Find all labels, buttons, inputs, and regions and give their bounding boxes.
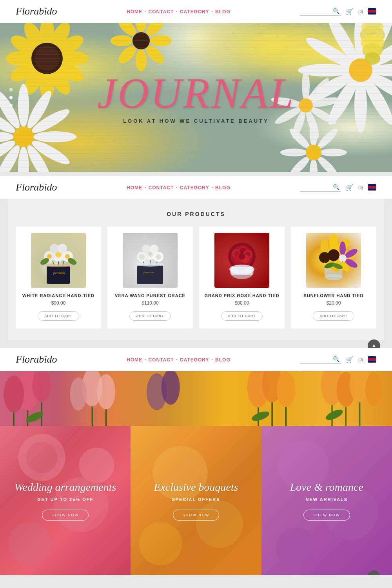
nav-category-2[interactable]: CATEGORY [180, 184, 209, 191]
promo-subtitle-2: SPECIAL OFFERS [154, 497, 238, 502]
svg-point-98 [156, 254, 161, 260]
hero-title: JOURNAL [97, 72, 295, 115]
dot-8: • [176, 358, 178, 362]
cart-icon-1[interactable]: 🛒 [346, 8, 354, 15]
flag-icon-1 [368, 8, 376, 15]
add-to-cart-btn-2[interactable]: ADD TO CART [129, 311, 171, 321]
cart-icon-3[interactable]: 🛒 [346, 356, 354, 363]
hero-dot-1[interactable] [9, 88, 13, 91]
svg-point-44 [299, 98, 313, 113]
product-flower-svg-1: florabido [33, 235, 84, 286]
nav-contact-2[interactable]: CONTACT [149, 184, 174, 191]
nav-right-2: 🔍 🛒 (0) [300, 183, 376, 192]
svg-point-50 [18, 84, 29, 127]
svg-point-125 [328, 249, 339, 261]
svg-point-63 [310, 119, 318, 147]
svg-point-126 [339, 241, 346, 256]
search-icon-3[interactable]: 🔍 [333, 356, 339, 363]
section-3-promo: Florabido HOME • CONTACT • CATEGORY • BL… [0, 348, 392, 575]
svg-point-53 [33, 131, 76, 142]
promo-btn-3[interactable]: SHOW NOW [303, 510, 350, 521]
promo-banner-wedding: Wedding arrangements GET UP TO 25% OFF S… [0, 426, 131, 575]
hero-dot-3[interactable] [9, 104, 13, 107]
promo-banner-exclusive: Exclusive bouquets SPECIAL OFFERS SHOW N… [131, 426, 261, 575]
nav-blog-2[interactable]: BLOG [215, 184, 230, 191]
nav-category-1[interactable]: CATEGORY [180, 8, 209, 15]
svg-point-137 [4, 376, 24, 412]
hero-subtitle: LOOK AT HOW WE CULTIVATE BEAUTY [97, 118, 295, 124]
nav-contact-1[interactable]: CONTACT [149, 8, 174, 15]
logo-1[interactable]: Florabido [16, 5, 57, 17]
yellow-flowers-top [110, 23, 172, 66]
hero-dots [9, 88, 13, 107]
product-card-4: SUNFLOWER HAND TIED $20.00 ADD TO CART [291, 227, 376, 328]
search-input-3[interactable] [301, 357, 333, 362]
product-name-2: VERA WANG PUREST GRACE [115, 293, 185, 298]
svg-point-84 [58, 244, 67, 253]
add-to-cart-btn-4[interactable]: ADD TO CART [313, 311, 354, 321]
promo-btn-2[interactable]: SHOW NOW [173, 510, 220, 521]
product-image-2: florabido [123, 233, 178, 288]
dot-3: • [212, 9, 213, 14]
svg-point-171 [139, 522, 182, 565]
dot-7: • [145, 358, 146, 362]
nav-home-1[interactable]: HOME [127, 8, 142, 15]
search-box-2[interactable]: 🔍 [300, 183, 341, 192]
svg-point-18 [136, 49, 147, 71]
cart-count-2: (0) [358, 185, 363, 190]
flower-strip-svg [0, 371, 392, 426]
navbar-2: Florabido HOME • CONTACT • CATEGORY • BL… [0, 176, 392, 199]
product-price-2: $110.00 [142, 300, 158, 306]
flag-icon-3 [368, 356, 376, 363]
nav-contact-3[interactable]: CONTACT [149, 356, 174, 363]
nav-blog-1[interactable]: BLOG [215, 8, 230, 15]
hero-dot-2[interactable] [9, 96, 13, 99]
product-image-3 [214, 233, 269, 288]
product-card-1: florabido [16, 227, 101, 328]
svg-point-65 [319, 149, 347, 156]
small-daisies-bottom [282, 125, 345, 172]
add-to-cart-btn-3[interactable]: ADD TO CART [221, 311, 263, 321]
svg-point-20 [111, 35, 132, 46]
nav-blog-3[interactable]: BLOG [215, 356, 230, 363]
svg-point-96 [139, 254, 145, 260]
svg-point-147 [162, 371, 180, 405]
svg-point-49 [365, 52, 380, 65]
search-input-2[interactable] [301, 185, 333, 190]
search-icon-1[interactable]: 🔍 [333, 8, 339, 15]
svg-point-157 [365, 373, 382, 406]
svg-point-129 [339, 254, 347, 262]
promo-subtitle-3: NEW ARRIVALS [290, 497, 363, 502]
svg-point-80 [47, 254, 52, 259]
search-input-1[interactable] [301, 9, 333, 14]
svg-point-22 [132, 32, 150, 49]
svg-point-99 [142, 245, 151, 253]
cart-icon-2[interactable]: 🛒 [346, 184, 354, 191]
promo-btn-1[interactable]: SHOW NOW [42, 510, 89, 521]
dot-1: • [145, 9, 146, 14]
products-section: OUR PRODUCTS florabido [8, 199, 384, 340]
nav-category-3[interactable]: CATEGORY [180, 356, 209, 363]
cart-count-1: (0) [358, 9, 363, 14]
search-icon-2[interactable]: 🔍 [333, 184, 339, 191]
search-box-1[interactable]: 🔍 [300, 7, 341, 16]
product-flower-svg-3 [216, 235, 267, 286]
daisy-bottom-left [0, 98, 78, 172]
search-box-3[interactable]: 🔍 [300, 355, 341, 364]
navbar-3: Florabido HOME • CONTACT • CATEGORY • BL… [0, 348, 392, 371]
dot-9: • [212, 358, 213, 362]
svg-point-162 [250, 410, 270, 423]
logo-2[interactable]: Florabido [16, 181, 57, 193]
svg-point-71 [306, 145, 321, 160]
add-to-cart-btn-1[interactable]: ADD TO CART [38, 311, 79, 321]
svg-point-150 [277, 372, 295, 407]
dot-6: • [212, 185, 213, 190]
nav-home-3[interactable]: HOME [127, 356, 142, 363]
logo-3[interactable]: Florabido [16, 354, 57, 365]
promo-banners-container: Wedding arrangements GET UP TO 25% OFF S… [0, 426, 392, 575]
nav-home-2[interactable]: HOME [127, 184, 142, 191]
svg-point-36 [302, 70, 310, 102]
product-flower-svg-2: florabido [125, 235, 176, 286]
promo-title-2: Exclusive bouquets [154, 481, 238, 494]
nav-right-1: 🔍 🛒 (0) [300, 7, 376, 16]
